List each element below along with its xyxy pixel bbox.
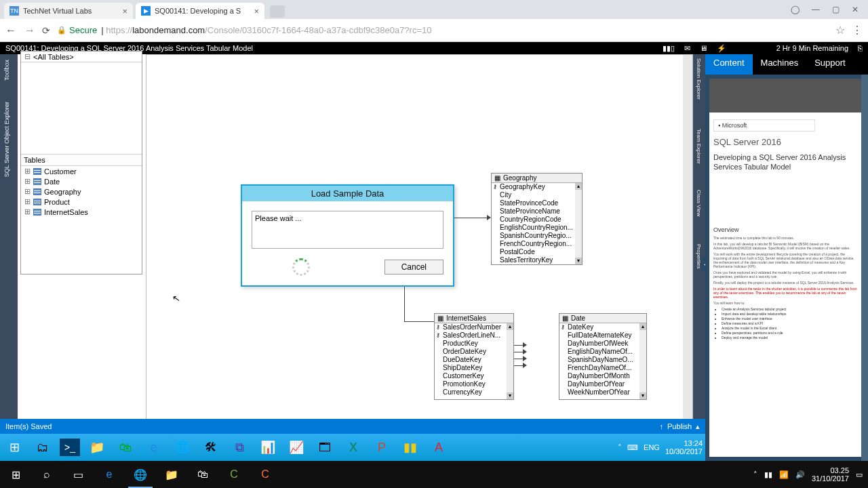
scrollbar[interactable]: ▴▾ bbox=[639, 323, 646, 399]
toolbox-tab[interactable]: Toolbox bbox=[3, 60, 10, 81]
host-chrome-icon[interactable]: 🌐 bbox=[125, 461, 156, 488]
dialog-title: Load Sample Data bbox=[242, 186, 453, 201]
doc-scrollbar[interactable] bbox=[861, 75, 868, 461]
powerpoint-icon[interactable]: P bbox=[370, 436, 393, 458]
table-icon: ▦ bbox=[437, 314, 443, 322]
ssdt-icon[interactable]: 🛠 bbox=[199, 436, 222, 458]
tray-devices-icon[interactable]: ⌨ bbox=[627, 443, 638, 452]
expand-icon[interactable]: ⊟ bbox=[24, 52, 31, 61]
doc-bullets: Create an Analysis Services tabular proj… bbox=[722, 307, 860, 340]
publish-dropdown-icon[interactable]: ▴ bbox=[696, 422, 700, 431]
table-name: Date bbox=[571, 314, 585, 322]
lab-document-viewer[interactable]: ▪ Microsoft SQL Server 2016 Developing a… bbox=[705, 75, 868, 461]
browser-menu-icon[interactable]: ⋮ bbox=[852, 24, 863, 37]
file-explorer-icon[interactable]: 🗂 bbox=[31, 436, 54, 458]
lab-tabs: Content Machines Support bbox=[705, 54, 868, 75]
ms-logo: ▪ Microsoft bbox=[713, 119, 815, 131]
vm-clock-date: 10/30/2017 bbox=[665, 447, 703, 455]
url-host: labondemand.com bbox=[132, 25, 205, 35]
folder-icon[interactable]: 📁 bbox=[85, 436, 108, 458]
minimize-icon[interactable]: — bbox=[812, 5, 820, 14]
exit-icon[interactable]: ⎘ bbox=[858, 44, 863, 52]
diagram-table-geography[interactable]: ▦Geography ⚷GeographyKey City StateProvi… bbox=[491, 173, 583, 265]
host-volume-icon[interactable]: 🔊 bbox=[795, 470, 805, 479]
publish-button[interactable]: Publish bbox=[667, 422, 692, 430]
host-taskview-button[interactable]: ▭ bbox=[62, 461, 94, 488]
tab-title: SQ00141: Developing a S bbox=[155, 7, 241, 15]
new-tab-button[interactable] bbox=[270, 5, 285, 18]
store-icon[interactable]: 🛍 bbox=[114, 436, 137, 458]
table-row[interactable]: ⊞Geography bbox=[21, 186, 142, 197]
host-camtasia-icon[interactable]: C bbox=[218, 461, 250, 488]
table-row[interactable]: ⊞Product bbox=[21, 197, 142, 207]
browser-tab-lab[interactable]: ▶ SQ00141: Developing a S × bbox=[136, 3, 264, 19]
solution-explorer-tab[interactable]: Solution Explorer bbox=[696, 58, 702, 100]
host-start-button[interactable]: ⊞ bbox=[0, 461, 31, 488]
host-tray-chevron-icon[interactable]: ˄ bbox=[753, 470, 757, 479]
secure-label: Secure bbox=[69, 25, 97, 35]
bolt-icon[interactable]: ⚡ bbox=[717, 44, 726, 53]
powerbi-icon[interactable]: ▮▮ bbox=[399, 436, 422, 458]
class-view-tab[interactable]: Class View bbox=[696, 190, 702, 216]
monitor-icon[interactable]: 🖥 bbox=[700, 44, 707, 52]
profile-icon[interactable]: ◯ bbox=[791, 5, 800, 14]
language-indicator[interactable]: ENG bbox=[644, 443, 660, 451]
address-bar: ← → ⟳ 🔒 Secure | https:// labondemand.co… bbox=[0, 19, 868, 42]
tables-pane: ⊟ <All Tables> Tables ⊞Customer ⊞Date ⊞G… bbox=[20, 51, 142, 274]
close-icon[interactable]: × bbox=[254, 6, 259, 16]
scrollbar[interactable]: ▴▾ bbox=[507, 323, 513, 399]
publish-arrow-icon[interactable]: ↑ bbox=[659, 422, 663, 430]
host-wifi-icon: 📶 bbox=[779, 470, 789, 479]
tab-machines[interactable]: Machines bbox=[753, 54, 807, 75]
time-remaining: 2 Hr 9 Min Remaining bbox=[776, 44, 848, 52]
reports-icon[interactable]: 📊 bbox=[256, 436, 279, 458]
tab-support[interactable]: Support bbox=[806, 54, 854, 75]
table-icon bbox=[33, 199, 41, 205]
back-button[interactable]: ← bbox=[5, 24, 16, 37]
excel-icon[interactable]: X bbox=[342, 436, 365, 458]
tables-section-label: Tables bbox=[21, 154, 142, 166]
diagram-table-date[interactable]: ▦Date ⚷DateKey FullDateAlternateKey DayN… bbox=[559, 313, 647, 400]
acrobat-icon[interactable]: A bbox=[427, 436, 450, 458]
product-name: SQL Server 2016 bbox=[713, 134, 860, 150]
sql-object-explorer-tab[interactable]: SQL Server Object Explorer bbox=[3, 102, 10, 177]
lab-content: Toolbox SQL Server Object Explorer Solut… bbox=[0, 54, 868, 461]
ie-icon[interactable]: e bbox=[142, 436, 165, 458]
diagram-table-internetsales[interactable]: ▦InternetSales ⚷SalesOrderNumber ⚷SalesO… bbox=[434, 313, 514, 400]
host-search-button[interactable]: ⌕ bbox=[31, 461, 62, 488]
mail-icon[interactable]: ✉ bbox=[684, 44, 690, 53]
all-tables-node[interactable]: <All Tables> bbox=[33, 53, 74, 61]
scrollbar[interactable]: ▴▾ bbox=[575, 183, 582, 264]
reload-button[interactable]: ⟳ bbox=[42, 25, 50, 36]
table-row[interactable]: ⊞Date bbox=[21, 176, 142, 186]
host-notifications-icon[interactable]: ▭ bbox=[856, 470, 863, 479]
window-close-icon[interactable]: ✕ bbox=[852, 5, 859, 14]
maximize-icon[interactable]: ▢ bbox=[832, 5, 840, 14]
vm-clock-time: 13:24 bbox=[665, 439, 703, 447]
start-button[interactable]: ⊞ bbox=[3, 436, 26, 458]
reports2-icon[interactable]: 📈 bbox=[285, 436, 308, 458]
team-explorer-tab[interactable]: Team Explorer bbox=[696, 129, 702, 164]
visual-studio-icon[interactable]: ⧉ bbox=[228, 436, 251, 458]
chrome-icon[interactable]: 🌐 bbox=[171, 436, 194, 458]
table-row[interactable]: ⊞InternetSales bbox=[21, 207, 142, 217]
host-explorer-icon[interactable]: 📁 bbox=[156, 461, 187, 488]
tray-chevron-icon[interactable]: ˄ bbox=[618, 443, 622, 452]
apps-icon[interactable]: 🗔 bbox=[313, 436, 336, 458]
table-row[interactable]: ⊞Customer bbox=[21, 166, 142, 176]
host-edge-icon[interactable]: e bbox=[94, 461, 125, 488]
host-app-icon[interactable]: C bbox=[250, 461, 281, 488]
powershell-icon[interactable]: >_ bbox=[60, 439, 80, 456]
tab-content[interactable]: Content bbox=[705, 54, 753, 75]
vs-right-rail: Solution Explorer Team Explorer Class Vi… bbox=[693, 54, 705, 434]
close-icon[interactable]: × bbox=[122, 6, 127, 16]
doc-banner bbox=[709, 79, 864, 113]
bookmark-icon[interactable]: ☆ bbox=[835, 24, 845, 37]
signal-icon: ▮▮▯ bbox=[663, 44, 675, 53]
cancel-button[interactable]: Cancel bbox=[384, 260, 443, 274]
url-field[interactable]: 🔒 Secure | https:// labondemand.com /Con… bbox=[57, 25, 829, 35]
vm-screen[interactable]: Toolbox SQL Server Object Explorer Solut… bbox=[0, 54, 705, 461]
host-store-icon[interactable]: 🛍 bbox=[187, 461, 218, 488]
browser-tab-technet[interactable]: TN TechNet Virtual Labs × bbox=[4, 3, 133, 19]
vertical-scrollbar[interactable] bbox=[683, 55, 692, 424]
